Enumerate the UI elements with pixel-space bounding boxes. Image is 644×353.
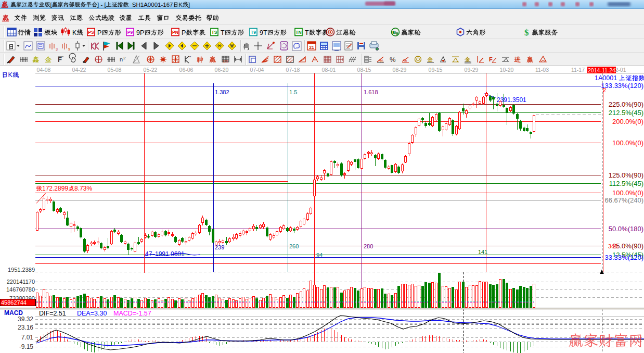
svg-text:1951.2389: 1951.2389 bbox=[8, 267, 35, 273]
svg-text:": " bbox=[189, 55, 191, 60]
svg-text:8.73%: 8.73% bbox=[74, 185, 92, 192]
svg-text:112.5%(45): 112.5%(45) bbox=[609, 180, 643, 187]
svg-text:1A0001: 1A0001 bbox=[595, 74, 617, 82]
svg-text:09-29: 09-29 bbox=[465, 67, 479, 73]
svg-text:04-08: 04-08 bbox=[37, 67, 51, 73]
svg-text:08-29: 08-29 bbox=[393, 67, 407, 73]
svg-text:50.0%(180): 50.0%(180) bbox=[609, 225, 643, 233]
svg-text:07-18: 07-18 bbox=[286, 67, 300, 73]
svg-text:280: 280 bbox=[364, 243, 373, 249]
svg-text:]: ] bbox=[188, 2, 190, 8]
svg-text:P9: P9 bbox=[127, 30, 133, 35]
svg-text:47: 47 bbox=[145, 250, 152, 258]
svg-text:2-01: 2-01 bbox=[615, 67, 626, 73]
svg-text:$: $ bbox=[524, 28, 529, 37]
svg-text:]: ] bbox=[97, 2, 99, 8]
svg-text:06-06: 06-06 bbox=[179, 67, 194, 73]
svg-text:F: F bbox=[489, 56, 493, 62]
svg-text:23.16: 23.16 bbox=[18, 324, 33, 331]
svg-text:T: T bbox=[221, 29, 225, 36]
svg-text:-9.15: -9.15 bbox=[19, 343, 34, 350]
svg-text:260: 260 bbox=[289, 243, 299, 249]
svg-text:P: P bbox=[97, 29, 101, 36]
svg-text:220141170: 220141170 bbox=[7, 279, 35, 285]
svg-text:04-22: 04-22 bbox=[72, 67, 86, 73]
svg-text:T9: T9 bbox=[251, 30, 256, 35]
svg-text:DIF=2.51: DIF=2.51 bbox=[39, 310, 66, 317]
svg-text:DEA=3.30: DEA=3.30 bbox=[77, 310, 107, 317]
svg-text:TS: TS bbox=[212, 30, 217, 35]
svg-text:9T: 9T bbox=[260, 29, 267, 36]
svg-text:45862744: 45862744 bbox=[1, 299, 27, 306]
svg-text:05-08: 05-08 bbox=[108, 67, 122, 73]
svg-text:39.32: 39.32 bbox=[18, 316, 33, 323]
svg-text:K: K bbox=[8, 71, 13, 79]
svg-text:346: 346 bbox=[608, 243, 617, 249]
svg-text:K: K bbox=[178, 2, 183, 8]
svg-text:06-20: 06-20 bbox=[215, 67, 229, 73]
svg-text:MACD=-1.57: MACD=-1.57 bbox=[113, 310, 151, 317]
svg-text:PN: PN bbox=[172, 30, 178, 35]
svg-text:94: 94 bbox=[316, 252, 323, 258]
svg-text:1.382: 1.382 bbox=[215, 89, 229, 95]
svg-text:2: 2 bbox=[603, 87, 606, 93]
svg-text:3: 3 bbox=[56, 47, 58, 51]
svg-text:10-20: 10-20 bbox=[500, 67, 514, 73]
svg-text:225.0%(90): 225.0%(90) bbox=[609, 100, 643, 108]
svg-text:T: T bbox=[305, 29, 309, 36]
svg-text:9: 9 bbox=[68, 47, 70, 51]
svg-text:7.01: 7.01 bbox=[21, 334, 34, 341]
svg-text:P: P bbox=[182, 29, 186, 36]
svg-text:07-04: 07-04 bbox=[250, 67, 264, 73]
svg-text:100.0%(0): 100.0%(0) bbox=[612, 189, 643, 197]
svg-text:K: K bbox=[72, 29, 77, 36]
svg-text:66.67%(240): 66.67%(240) bbox=[605, 196, 643, 204]
svg-text:n: n bbox=[120, 56, 123, 62]
svg-text:08-15: 08-15 bbox=[357, 67, 371, 73]
svg-text:21: 21 bbox=[309, 45, 314, 50]
svg-text:133.33%(120): 133.33%(120) bbox=[601, 82, 643, 90]
svg-text:2: 2 bbox=[123, 56, 126, 60]
svg-text:TN: TN bbox=[295, 30, 301, 35]
svg-text:%: % bbox=[390, 56, 396, 64]
svg-text:100.0%(0): 100.0%(0) bbox=[612, 139, 643, 147]
svg-text:11-17: 11-17 bbox=[571, 67, 585, 73]
svg-text:212.5%(45): 212.5%(45) bbox=[609, 109, 643, 117]
svg-text:09-15: 09-15 bbox=[429, 67, 443, 73]
svg-text:1.618: 1.618 bbox=[364, 89, 378, 95]
svg-text:11-03: 11-03 bbox=[535, 67, 549, 73]
svg-text:123: 123 bbox=[223, 60, 228, 63]
svg-text:33.33%(120): 33.33%(120) bbox=[605, 254, 643, 261]
svg-text:05-22: 05-22 bbox=[144, 67, 158, 73]
svg-text:146760780: 146760780 bbox=[6, 286, 35, 293]
svg-text:08-01: 08-01 bbox=[322, 67, 336, 73]
svg-text:-1991.0601: -1991.0601 bbox=[153, 250, 185, 258]
svg-text:172.2899: 172.2899 bbox=[42, 185, 68, 192]
svg-text:-: - bbox=[101, 2, 103, 8]
svg-text:125.0%(90): 125.0%(90) bbox=[609, 171, 643, 179]
svg-text:2014-11-24: 2014-11-24 bbox=[588, 67, 615, 73]
svg-text:9P: 9P bbox=[136, 29, 144, 36]
svg-text:SH1A0001-167: SH1A0001-167 bbox=[132, 2, 173, 8]
svg-text:141: 141 bbox=[478, 249, 487, 255]
svg-text:PS: PS bbox=[88, 30, 94, 35]
svg-text:200.0%(0): 200.0%(0) bbox=[612, 118, 643, 125]
svg-text:Big: Big bbox=[392, 31, 398, 35]
svg-text:1.5: 1.5 bbox=[289, 89, 297, 95]
